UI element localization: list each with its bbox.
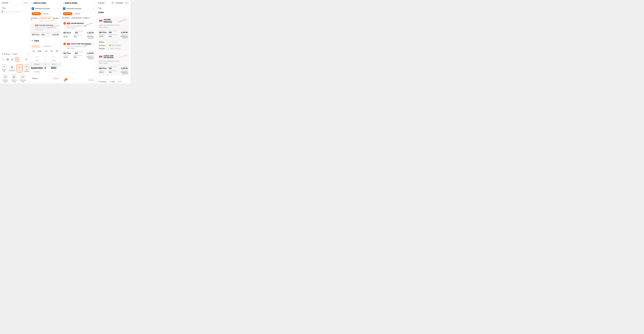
calendar-done-button[interactable]: Done: [54, 77, 58, 80]
positions-stats-label: Positions Stats: [10, 79, 18, 83]
widget-pnl[interactable]: % Today's P/L: [1, 64, 7, 73]
cancel-button-4[interactable]: Cancel: [98, 2, 104, 4]
topic-button[interactable]: # Topic: [12, 53, 18, 55]
toolbar-area: ⚙ Settings # Topic ∨ A: [0, 52, 30, 84]
emotion-selector-1[interactable]: 😊 Tap to Select: [108, 44, 122, 47]
sell-badge-2: Sell: [35, 25, 38, 26]
text-format-button[interactable]: A: [1, 57, 5, 62]
image-button[interactable]: [6, 57, 10, 62]
widget-transaction-stats[interactable]: Transaction Stats: [19, 75, 27, 83]
tab-securities-2[interactable]: Securities: [32, 12, 41, 15]
day-7[interactable]: 7: [43, 74, 48, 74]
more-button[interactable]: ···: [20, 57, 24, 62]
widget-order[interactable]: Order: [16, 64, 23, 72]
filter-date-active-2[interactable]: Selected Date ∧: [40, 17, 52, 21]
cancel-button[interactable]: Cancel: [2, 2, 8, 4]
day-2[interactable]: 2: [43, 55, 48, 59]
settings-button-4[interactable]: ⚙ Settings: [98, 81, 106, 83]
widget-transaction[interactable]: Transaction: [8, 65, 16, 72]
write-panel: Cancel Post Title Please enter the text …: [0, 0, 30, 84]
month-june[interactable]: June: [31, 55, 43, 59]
month-september[interactable]: September: [31, 66, 43, 70]
date-to[interactable]: 09/08/2022: [43, 45, 52, 47]
order-card-2[interactable]: Sell XIAOMI-W(01810) Order Time 09/08/20…: [31, 23, 60, 37]
select-order-panel-2: ‹ Select Order C Universal Account ∨ Sec…: [30, 0, 61, 84]
month-october[interactable]: October: [31, 70, 43, 74]
panel1-header: Cancel Post: [0, 0, 30, 5]
year-2019[interactable]: 2019: [48, 55, 60, 59]
settings-button[interactable]: ⚙ Settings: [2, 53, 10, 55]
month-july[interactable]: July: [31, 59, 43, 62]
star-1[interactable]: ★: [108, 41, 110, 43]
topic-button-4[interactable]: # Topic: [110, 81, 115, 83]
date-picker[interactable]: June July August September October Novem…: [30, 54, 61, 76]
stars-1[interactable]: ★ ★ ★ ★ ★: [108, 41, 118, 43]
reset-button[interactable]: Reset: [32, 77, 38, 80]
filter-all-orders-2[interactable]: All Orders ∨: [31, 17, 39, 21]
settings-label: Settings: [4, 53, 10, 55]
year-2022[interactable]: 2022: [48, 66, 60, 70]
year-2021[interactable]: 2021: [48, 62, 60, 66]
day-picker[interactable]: 2 3 4 5 6 7 8: [43, 55, 48, 74]
preview-button[interactable]: Preview: [116, 2, 123, 4]
tab-futures-3[interactable]: Futures: [73, 12, 81, 15]
order-list-item-2[interactable]: ✓ Sell COSCO SHIP HOLD(01919) Order Time…: [62, 41, 95, 61]
back-button-3[interactable]: ‹: [63, 2, 64, 5]
day-5[interactable]: 5: [43, 66, 48, 70]
day-4[interactable]: 4: [43, 62, 48, 66]
icon-toolbar: A: [0, 56, 30, 63]
align-button[interactable]: [24, 57, 28, 62]
back-button-2[interactable]: ‹: [32, 2, 32, 5]
account-selector-3[interactable]: C Universal Account ∨: [61, 6, 96, 11]
review-placeholder-1[interactable]: Write a Review...: [110, 48, 122, 50]
detail-prices-2: Order Price Mkt Price Order Quantity 500…: [99, 65, 128, 69]
star-3[interactable]: ★: [112, 41, 114, 43]
star-2[interactable]: ★: [110, 41, 112, 43]
filter-all-orders-3[interactable]: All Orders ∨: [62, 17, 71, 19]
quick-today-button[interactable]: Today: [36, 50, 43, 53]
filter-symbol-2[interactable]: Symbol ∨: [53, 17, 60, 21]
widget-positions-stats[interactable]: Positions Stats: [10, 75, 18, 83]
detail-sell-badge-1: Sell: [99, 20, 102, 22]
filter-date-3[interactable]: Selected Date ∨: [71, 17, 83, 19]
star-4[interactable]: ★: [114, 41, 116, 43]
notification-badge: 4: [65, 78, 67, 80]
order-list-item-1[interactable]: ✓ Sell XIAOMI-W(01810) Order Time 09/08/…: [62, 21, 95, 40]
sort-icon[interactable]: ≡↓: [112, 2, 114, 4]
post-button-disabled[interactable]: Post: [24, 2, 28, 4]
emoji-button[interactable]: [10, 57, 14, 62]
account-selector-2[interactable]: C Universal Account ∨: [30, 6, 61, 11]
month-november[interactable]: November: [31, 74, 43, 74]
post-button-4[interactable]: Post: [124, 2, 128, 4]
year-2023[interactable]: 2023: [48, 70, 60, 74]
detail-chart-1: [118, 18, 128, 24]
quick-1w-button[interactable]: 1W: [44, 50, 48, 53]
date-from[interactable]: 09/05/2022: [32, 45, 40, 48]
bottom-widgets: Positions Details Positions Stats: [0, 74, 30, 84]
order-tags-3-1: Filled Market: [63, 27, 94, 29]
filter-symbol-3[interactable]: Symbol ∨: [84, 17, 90, 19]
emotion-icon-1: 😊: [109, 45, 111, 46]
quick-all-button[interactable]: All: [32, 50, 35, 53]
panel3-done-button[interactable]: Done: [89, 79, 94, 82]
close-calendar-button[interactable]: ×: [32, 39, 33, 42]
star-5[interactable]: ★: [116, 41, 118, 43]
positions-stats-icon: [12, 75, 16, 79]
month-august[interactable]: August: [31, 62, 43, 66]
tab-futures-2[interactable]: Futures: [42, 12, 50, 15]
quick-1m-button[interactable]: 1M: [50, 50, 54, 53]
panel4-order-list: Sell XIAOMI-W(01810) Order Time 09/08/20…: [96, 15, 130, 79]
tab-securities-3[interactable]: Securities: [63, 12, 72, 15]
widget-trade-marking[interactable]: T Trade Marking: [24, 64, 30, 73]
quick-3m-button[interactable]: 3M: [55, 50, 59, 53]
widget-positions-details[interactable]: Positions Details: [1, 75, 10, 83]
day-6[interactable]: 6: [43, 70, 48, 74]
month-picker[interactable]: June July August September October Novem…: [31, 55, 43, 74]
date-range-row: 09/05/2022 ~ 09/08/2022: [30, 44, 61, 49]
order-widget-button[interactable]: [15, 57, 19, 62]
year-picker[interactable]: 2019 2020 2021 2022 2023 2024 2025: [48, 55, 60, 74]
day-3[interactable]: 3: [43, 59, 48, 62]
year-2020[interactable]: 2020: [48, 59, 60, 62]
radio-button-2[interactable]: [32, 24, 34, 27]
year-2024[interactable]: 2024: [48, 74, 60, 74]
